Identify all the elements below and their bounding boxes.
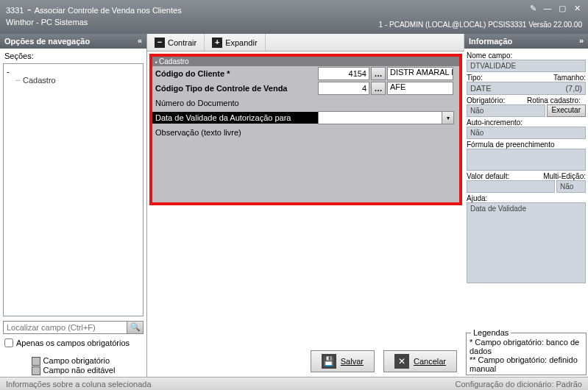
nav-options-header: Opções de navegação « <box>0 34 146 49</box>
chevron-left-icon[interactable]: « <box>138 36 142 45</box>
dropdown-icon[interactable]: ▾ <box>442 112 453 124</box>
ajuda-value: Data de Validade <box>467 202 586 283</box>
minus-icon: − <box>155 38 165 48</box>
edit-icon[interactable]: ✎ <box>526 3 539 13</box>
tamanho-value: (7,0) <box>565 84 582 93</box>
input-data-validade[interactable]: ▾ <box>318 111 454 124</box>
tree-item-cadastro[interactable]: Cadastro <box>15 76 140 85</box>
cancelar-button[interactable]: ✕Cancelar <box>383 350 457 372</box>
nome-campo-label: Nome campo: <box>467 52 586 60</box>
row-data-validade: Data de Validade da Autorização para ▾ <box>152 110 459 125</box>
label-observacao: Observação (texto livre) <box>152 127 318 138</box>
only-required-checkbox[interactable]: Apenas os campos obrigatórios <box>4 338 142 347</box>
contrair-button[interactable]: −Contrair <box>147 34 205 51</box>
field-legend: Campo obrigatório Campo não editável <box>0 355 146 377</box>
lookup-tipo-button[interactable]: … <box>371 82 386 95</box>
field-search: 🔍 <box>3 321 144 334</box>
desc-tipo: AFE <box>387 82 453 95</box>
label-codigo-cliente: Código do Cliente * <box>152 68 318 79</box>
left-panel: Opções de navegação « Seções: - Cadastro… <box>0 34 147 377</box>
highlight-box: Cadastro Código do Cliente * … DISTR AMA… <box>149 54 462 205</box>
autoinc-value: Não <box>467 127 586 139</box>
label-codigo-tipo: Código Tipo de Controle de Venda <box>152 82 318 94</box>
desc-cliente: DISTR AMARAL L <box>387 67 453 80</box>
info-header: Informação » <box>464 34 588 49</box>
label-data-validade[interactable]: Data de Validade da Autorização para <box>152 112 318 124</box>
executar-button[interactable]: Executar <box>547 104 586 117</box>
multi-edicao-value: Não <box>556 180 586 193</box>
row-numero-documento: Número do Documento <box>152 96 459 110</box>
group-header-cadastro[interactable]: Cadastro <box>152 57 459 66</box>
chevron-right-icon[interactable]: » <box>579 36 584 45</box>
salvar-button[interactable]: 💾Salvar <box>311 350 375 372</box>
plus-icon: + <box>212 38 222 48</box>
tree-root: - <box>7 67 140 76</box>
window-title: Associar Controle de Venda nos Clientes <box>35 6 182 15</box>
toolbar: −Contrair +Expandir <box>147 34 464 52</box>
routine-code: 3331 <box>6 6 24 15</box>
legendas-box: Legendas * Campo obrigatório: banco de d… <box>466 333 587 375</box>
label-numero-documento: Número do Documento <box>152 97 318 109</box>
cancel-icon: ✕ <box>394 354 409 369</box>
search-icon[interactable]: 🔍 <box>127 322 143 333</box>
titlebar: 3331 - Associar Controle de Venda nos Cl… <box>0 0 588 34</box>
row-codigo-tipo: Código Tipo de Controle de Venda … AFE <box>152 81 459 96</box>
session-info: 1 - PCADMIN (LOCAL@LOCAL) PCSIS3331 Vers… <box>379 21 582 29</box>
status-left: Informações sobre a coluna selecionada <box>6 380 152 389</box>
row-codigo-cliente: Código do Cliente * … DISTR AMARAL L <box>152 66 459 81</box>
minimize-icon[interactable]: — <box>541 3 554 13</box>
maximize-icon[interactable]: ▢ <box>556 3 569 13</box>
save-icon: 💾 <box>322 354 336 369</box>
input-codigo-tipo[interactable] <box>318 82 369 95</box>
formula-value <box>467 149 586 171</box>
obrigatorio-value: Não <box>467 104 545 117</box>
tipo-value: DATE <box>470 84 492 93</box>
sections-label: Seções: <box>0 49 146 60</box>
sections-tree[interactable]: - Cadastro <box>3 63 144 316</box>
input-codigo-cliente[interactable] <box>318 67 369 80</box>
footer-buttons: 💾Salvar ✕Cancelar <box>147 346 464 377</box>
search-input[interactable] <box>4 322 127 333</box>
nome-campo-value: DTVALIDADE <box>467 60 586 72</box>
expandir-button[interactable]: +Expandir <box>205 34 265 51</box>
row-observacao: Observação (texto livre) <box>152 125 459 140</box>
close-icon[interactable]: ✕ <box>570 3 584 13</box>
status-right: Configuração do dicionário: Padrão <box>456 380 582 389</box>
statusbar: Informações sobre a coluna selecionada C… <box>0 377 588 390</box>
valor-default-value <box>467 180 555 193</box>
lookup-cliente-button[interactable]: … <box>371 67 386 80</box>
center-panel: −Contrair +Expandir Cadastro Código do C… <box>147 34 464 377</box>
right-panel: Informação » Nome campo: DTVALIDADE Tipo… <box>464 34 588 377</box>
